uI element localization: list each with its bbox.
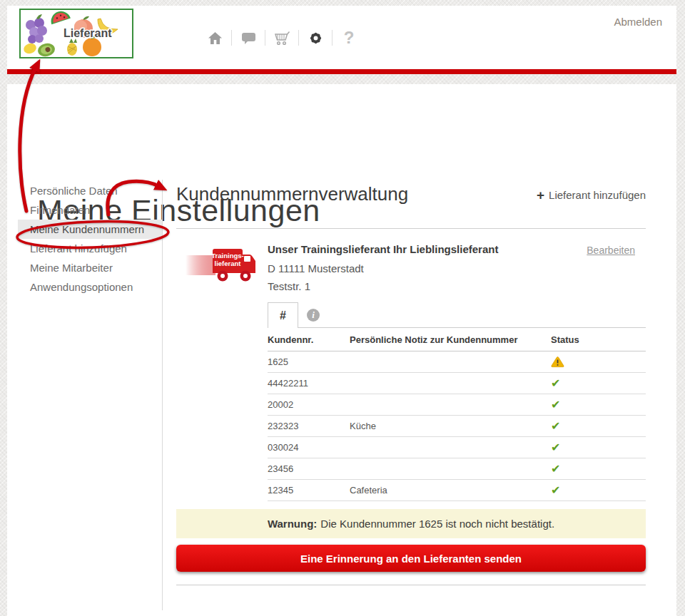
note-cell: Cafeteria <box>350 485 549 496</box>
lemon-icon <box>22 41 38 55</box>
chat-icon[interactable] <box>239 29 258 47</box>
header-nav: ? <box>206 27 358 48</box>
tab-customer-numbers[interactable]: # <box>268 302 298 328</box>
nav-separator <box>332 30 333 46</box>
svg-text:Trainings-: Trainings- <box>211 252 243 260</box>
grapes-icon <box>26 14 47 43</box>
info-icon: i <box>312 309 315 321</box>
bottom-divider <box>176 585 646 585</box>
nav-separator <box>265 30 265 46</box>
add-supplier-label: Lieferant hinzufügen <box>549 189 646 201</box>
tab-info[interactable]: i <box>307 309 320 322</box>
logout-link[interactable]: Abmelden <box>614 16 662 28</box>
supplier-city: D 11111 Musterstadt <box>268 260 567 277</box>
supplier-street: Teststr. 1 <box>268 277 567 295</box>
send-reminder-button[interactable]: Eine Erinnerung an den Lieferanten sende… <box>176 545 646 572</box>
settings-sidebar: Persönliche DatenFirmendatenMeine Kunden… <box>18 181 162 297</box>
warning-banner: Warnung: Die Kundennummer 1625 ist noch … <box>176 509 646 538</box>
confirmed-check-icon: ✔ <box>551 376 560 390</box>
status-cell: ✔ <box>549 441 646 454</box>
customer-number-cell: 20002 <box>268 399 350 410</box>
column-header-number: Kundennr. <box>268 334 350 345</box>
confirmed-check-icon: ✔ <box>551 398 560 411</box>
table-row[interactable]: 20002 ✔ <box>268 394 646 416</box>
header-accent-bar <box>7 69 676 74</box>
page: Lieferant <box>0 0 685 616</box>
confirmed-check-icon: ✔ <box>551 419 560 433</box>
warning-label: Warnung: <box>268 518 317 530</box>
status-cell: ✔ <box>549 356 646 368</box>
watermelon-icon <box>49 10 71 24</box>
tab-bottom-border <box>268 327 646 328</box>
header: Lieferant <box>7 6 676 69</box>
column-header-note: Persönliche Notiz zur Kundennummer <box>350 334 549 345</box>
sidebar-item-label: Anwendungsoptionen <box>30 281 133 293</box>
sidebar-item[interactable]: Anwendungsoptionen <box>18 277 162 297</box>
logo[interactable]: Lieferant <box>19 9 133 58</box>
customer-number-cell: 23456 <box>268 463 350 474</box>
sidebar-item-label: Meine Kundennummern <box>30 223 144 235</box>
customer-number-cell: 232323 <box>268 421 350 431</box>
settings-icon[interactable] <box>306 29 325 47</box>
table-row[interactable]: 44422211 ✔ <box>268 373 646 394</box>
customer-number-cell: 030024 <box>268 442 350 453</box>
warning-triangle-icon <box>551 356 646 368</box>
sidebar-item[interactable]: Firmendaten <box>18 200 162 220</box>
column-header-status: Status <box>549 334 646 345</box>
table-row[interactable]: 030024 ✔ <box>268 437 646 458</box>
avocado-icon <box>36 42 56 57</box>
confirmed-check-icon: ✔ <box>551 441 560 454</box>
customer-numbers-table: Kundennr. Persönliche Notiz zur Kundennu… <box>268 328 646 501</box>
sidebar-item[interactable]: Meine Kundennummern <box>18 220 162 239</box>
customer-number-cell: 12345 <box>268 485 350 496</box>
edit-supplier-link[interactable]: Bearbeiten <box>587 245 635 256</box>
fruit-logo-image: Lieferant <box>21 10 132 57</box>
status-cell: ✔ <box>549 419 646 433</box>
customer-number-cell: 44422211 <box>268 378 350 389</box>
sidebar-item-label: Persönliche Daten <box>30 185 118 197</box>
svg-text:lieferant: lieferant <box>215 260 242 267</box>
nav-separator <box>231 30 232 46</box>
truck-icon: Trainings- lieferant <box>186 247 260 285</box>
home-icon[interactable] <box>206 29 224 47</box>
supplier-logo: Trainings- lieferant <box>186 247 260 285</box>
sidebar-item[interactable]: Meine Mitarbeiter <box>18 258 162 277</box>
nav-separator <box>298 30 299 46</box>
confirmed-check-icon: ✔ <box>551 483 560 497</box>
table-row[interactable]: 23456 ✔ <box>268 458 646 480</box>
table-header-row: Kundennr. Persönliche Notiz zur Kundennu… <box>268 328 646 351</box>
status-cell: ✔ <box>549 483 646 497</box>
sidebar-item[interactable]: Persönliche Daten <box>18 181 162 200</box>
supplier-name: Unser Trainingslieferant Ihr Lieblingsli… <box>268 243 567 255</box>
help-icon[interactable]: ? <box>340 29 358 47</box>
sidebar-divider <box>162 180 163 610</box>
cart-icon[interactable] <box>273 29 291 47</box>
sidebar-item[interactable]: Lieferant hinzufügen <box>18 239 162 258</box>
status-cell: ✔ <box>549 398 646 411</box>
plus-icon: + <box>537 188 544 202</box>
supplier-info: Unser Trainingslieferant Ihr Lieblingsli… <box>268 243 567 295</box>
sidebar-item-label: Meine Mitarbeiter <box>30 262 113 274</box>
note-cell: Küche <box>350 421 549 431</box>
pineapple-icon <box>67 38 77 56</box>
table-row[interactable]: 232323 Küche ✔ <box>268 416 646 437</box>
sidebar-item-label: Firmendaten <box>30 204 90 216</box>
add-supplier-link[interactable]: + Lieferant hinzufügen <box>537 188 646 202</box>
status-cell: ✔ <box>549 376 646 390</box>
customer-number-cell: 1625 <box>268 356 350 367</box>
table-row[interactable]: 1625 ✔ <box>268 351 646 373</box>
section-heading: Kundennummernverwaltung <box>176 183 408 205</box>
sidebar-item-label: Lieferant hinzufügen <box>30 242 127 255</box>
logo-text: Lieferant <box>64 27 112 39</box>
table-row[interactable]: 12345 Cafeteria ✔ <box>268 480 646 501</box>
section-divider <box>176 228 646 229</box>
warning-text: Die Kundennummer 1625 ist noch nicht bes… <box>320 518 554 530</box>
status-cell: ✔ <box>549 462 646 476</box>
confirmed-check-icon: ✔ <box>551 462 560 476</box>
